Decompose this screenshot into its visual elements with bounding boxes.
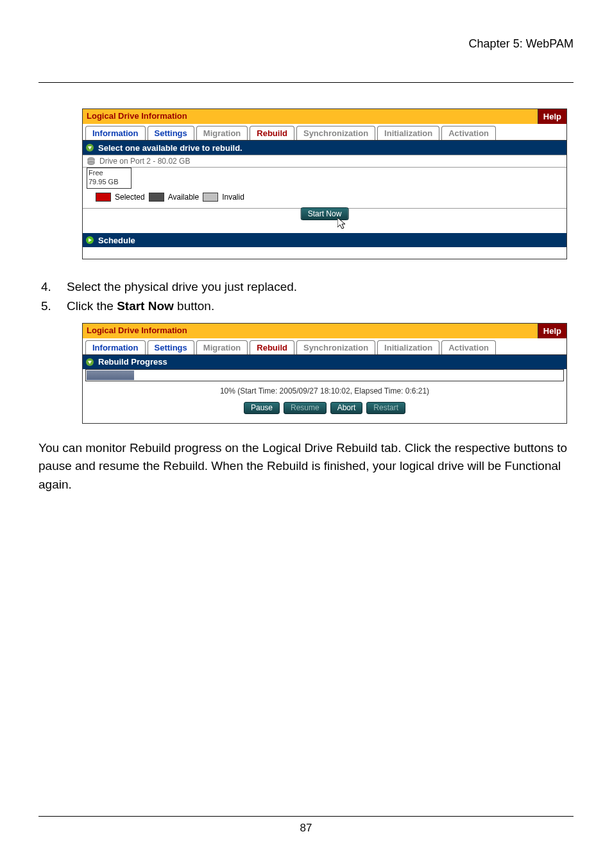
tab-rebuild[interactable]: Rebuild	[250, 126, 294, 140]
tab-settings[interactable]: Settings	[148, 340, 194, 354]
header-divider	[38, 82, 574, 83]
start-now-area: Start Now	[83, 209, 566, 233]
svg-point-4	[88, 162, 94, 165]
arrow-right-icon	[85, 236, 94, 245]
panel-title: Logical Drive Information	[83, 324, 538, 338]
tab-activation: Activation	[441, 126, 496, 140]
drive-status-line2: 79.95 GB	[89, 177, 131, 186]
logical-drive-panel-progress: Logical Drive Information Help Informati…	[82, 323, 567, 424]
legend: Selected Available Invalid	[83, 189, 566, 208]
legend-swatch-available	[149, 193, 164, 202]
step-number: 5.	[38, 297, 67, 316]
drive-label: Drive on Port 2 - 80.02 GB	[99, 157, 190, 166]
step-number: 4.	[38, 277, 67, 297]
tab-synchronization: Synchronization	[296, 340, 375, 354]
tab-migration: Migration	[196, 340, 248, 354]
progress-bar-fill	[87, 370, 134, 380]
cursor-icon	[337, 218, 348, 232]
schedule-label: Schedule	[98, 236, 135, 245]
page-number: 87	[300, 822, 312, 834]
step-list: 4. Select the physical drive you just re…	[38, 277, 574, 317]
legend-label-invalid: Invalid	[222, 193, 244, 202]
logical-drive-panel-rebuild: Logical Drive Information Help Informati…	[82, 108, 567, 259]
step-5: 5. Click the Start Now button.	[38, 297, 574, 316]
section-bar-label: Select one available drive to rebuild.	[98, 143, 242, 153]
tab-information[interactable]: Information	[85, 126, 146, 140]
progress-bar-track	[85, 369, 564, 381]
schedule-bar[interactable]: Schedule	[83, 233, 566, 247]
tab-activation: Activation	[441, 340, 496, 354]
panel-title: Logical Drive Information	[83, 109, 538, 124]
step-text: Select the physical drive you just repla…	[67, 280, 297, 293]
tab-initialization: Initialization	[377, 340, 439, 354]
drive-free-box[interactable]: Free 79.95 GB	[87, 168, 132, 189]
restart-button[interactable]: Restart	[366, 402, 405, 414]
tab-initialization: Initialization	[377, 126, 439, 140]
legend-label-available: Available	[168, 193, 199, 202]
section-bar-rebuild-progress: Rebuild Progress	[83, 355, 566, 369]
control-button-row: Pause Resume Abort Restart	[83, 402, 566, 423]
help-button[interactable]: Help	[538, 324, 566, 338]
drive-status-line1: Free	[89, 168, 131, 177]
tab-information[interactable]: Information	[85, 340, 146, 354]
panel-header: Logical Drive Information Help	[83, 109, 566, 124]
section-bar-select-drive: Select one available drive to rebuild.	[83, 141, 566, 155]
disk-icon	[87, 157, 96, 166]
step-4: 4. Select the physical drive you just re…	[38, 277, 574, 297]
tab-synchronization: Synchronization	[296, 126, 375, 140]
panel-header: Logical Drive Information Help	[83, 324, 566, 338]
svg-marker-5	[337, 218, 345, 229]
drive-row: Drive on Port 2 - 80.02 GB	[83, 155, 566, 167]
chapter-title: Chapter 5: WebPAM	[469, 37, 574, 51]
abort-button[interactable]: Abort	[330, 402, 363, 414]
resume-button[interactable]: Resume	[284, 402, 327, 414]
page-footer: 87	[38, 816, 574, 835]
help-button[interactable]: Help	[538, 109, 566, 124]
step-text-suffix: button.	[174, 299, 214, 313]
pause-button[interactable]: Pause	[244, 402, 280, 414]
tab-row: Information Settings Migration Rebuild S…	[83, 338, 566, 355]
tab-migration: Migration	[196, 126, 248, 140]
step-text-bold: Start Now	[117, 299, 174, 313]
legend-label-selected: Selected	[115, 193, 145, 202]
legend-swatch-selected	[96, 193, 111, 202]
tab-rebuild[interactable]: Rebuild	[250, 340, 294, 354]
chevron-down-icon	[85, 358, 94, 367]
footer-divider	[38, 816, 574, 817]
tab-settings[interactable]: Settings	[148, 126, 194, 140]
legend-swatch-invalid	[203, 193, 218, 202]
body-paragraph: You can monitor Rebuild progress on the …	[38, 439, 574, 494]
chevron-down-icon	[85, 143, 94, 152]
step-text-prefix: Click the	[67, 299, 117, 313]
section-bar-label: Rebuild Progress	[98, 357, 167, 367]
tab-row: Information Settings Migration Rebuild S…	[83, 124, 566, 141]
progress-text: 10% (Start Time: 2005/09/27 18:10:02, El…	[83, 381, 566, 402]
